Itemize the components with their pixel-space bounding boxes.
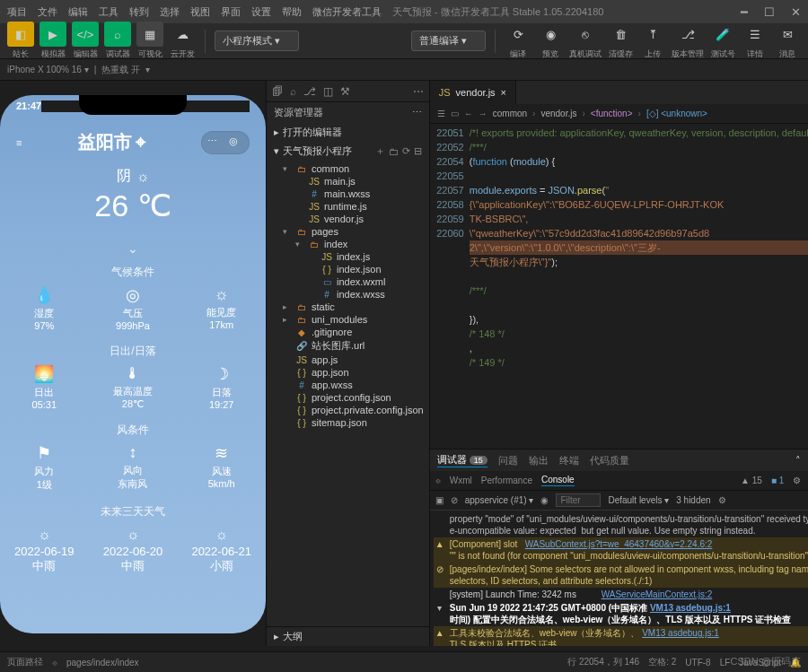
clear-icon[interactable]: ⊘ [451, 495, 458, 505]
tree-item[interactable]: ▾🗀common [267, 162, 429, 175]
menu-project[interactable]: 项目 [7, 5, 27, 19]
target-icon[interactable]: ◎ [229, 135, 243, 150]
menu-devtools[interactable]: 微信开发者工具 [312, 5, 382, 19]
menu-ui[interactable]: 界面 [221, 5, 241, 19]
tab-terminal[interactable]: 终端 [559, 454, 579, 467]
new-file-icon[interactable]: ＋ [375, 144, 385, 158]
mode-select[interactable]: 小程序模式 ▾ [215, 31, 299, 51]
files-icon[interactable]: 🗐 [272, 85, 283, 98]
status-path[interactable]: pages/index/index [66, 658, 139, 668]
levels-select[interactable]: Default levels ▾ [608, 495, 669, 505]
more-icon[interactable]: ⋯ [413, 85, 424, 98]
status-ln[interactable]: 行 22054，列 146 [567, 656, 639, 668]
tools-icon[interactable]: ⚒ [340, 85, 350, 98]
subtab-perf[interactable]: Performance [481, 476, 532, 485]
nav-back-icon[interactable]: ← [464, 109, 473, 118]
minimize-icon[interactable]: ━ [741, 5, 748, 19]
more-icon[interactable]: ⋯ [412, 107, 422, 118]
status-enc[interactable]: UTF-8 [685, 658, 710, 668]
tab-problems[interactable]: 问题 [498, 454, 518, 467]
tree-item[interactable]: JSvendor.js [267, 213, 429, 225]
tree-item[interactable]: 🔗站长图库.url [267, 338, 429, 353]
collapse-icon[interactable]: ⊟ [414, 145, 422, 157]
filter-input[interactable] [556, 493, 601, 507]
tree-item[interactable]: { }index.json [267, 263, 429, 275]
remote-debug-button[interactable]: ⎋ [572, 22, 599, 47]
visual-button[interactable]: ▦ [136, 22, 163, 47]
tree-item[interactable]: ▭index.wxml [267, 275, 429, 288]
debugger-button[interactable]: ⌕ [104, 22, 131, 47]
menu-help[interactable]: 帮助 [282, 5, 302, 19]
tree-item[interactable]: { }project.private.config.json [267, 404, 429, 416]
editor-button[interactable]: </> [72, 22, 99, 47]
ext-icon[interactable]: ◫ [323, 85, 333, 98]
file-tree[interactable]: ▾🗀commonJSmain.js#main.wxssJSruntime.jsJ… [267, 161, 429, 626]
menu-view[interactable]: 视图 [190, 5, 210, 19]
maximize-icon[interactable]: ☐ [764, 5, 775, 19]
compile-button[interactable]: ⟳ [505, 22, 531, 47]
tab-output[interactable]: 输出 [529, 454, 549, 467]
subtab-console[interactable]: Console [541, 475, 575, 486]
tree-item[interactable]: #app.wxss [267, 379, 429, 391]
more-icon[interactable]: ⋯ [207, 135, 222, 150]
hamburger-icon[interactable]: ≡ [16, 137, 22, 148]
bookmark-icon[interactable]: ▭ [451, 109, 459, 118]
version-button[interactable]: ⎇ [674, 22, 701, 47]
test-account-button[interactable]: 🧪 [709, 22, 736, 47]
editor-tab[interactable]: JS vendor.js × [430, 81, 516, 104]
search-icon[interactable]: ⌕ [290, 85, 296, 98]
sidebar-toggle-icon[interactable]: ▣ [435, 495, 444, 505]
device-select[interactable]: iPhone X 100% 16 ▾ [7, 65, 89, 74]
gear-icon[interactable]: ⚙ [793, 476, 801, 485]
tree-item[interactable]: { }sitemap.json [267, 416, 429, 429]
tree-item[interactable]: ▸🗀static [267, 301, 429, 313]
code-editor[interactable]: 2205122052220542205522057220582205922060… [430, 124, 808, 449]
subtab-wxml[interactable]: Wxml [450, 476, 472, 485]
tree-item[interactable]: ▾🗀index [267, 238, 429, 250]
menu-settings[interactable]: 设置 [251, 5, 271, 19]
outline-header[interactable]: ▸ 大纲 [267, 626, 429, 646]
tree-item[interactable]: JSruntime.js [267, 200, 429, 213]
site-button[interactable]: ◧ [7, 22, 34, 47]
status-eol[interactable]: LF [720, 658, 731, 668]
tree-item[interactable]: ▸🗀uni_modules [267, 313, 429, 326]
tree-item[interactable]: JSapp.js [267, 353, 429, 366]
messages-button[interactable]: ✉ [774, 22, 801, 47]
eye-icon[interactable]: ◉ [540, 495, 549, 505]
tab-quality[interactable]: 代码质量 [590, 454, 629, 467]
tree-item[interactable]: #index.wxss [267, 288, 429, 301]
project-header[interactable]: ▾ 天气预报小程序 ＋ 🗀 ⟳ ⊟ [267, 142, 429, 161]
compile-select[interactable]: 普通编译 ▾ [411, 31, 486, 51]
git-icon[interactable]: ⎇ [303, 85, 316, 98]
clear-cache-button[interactable]: 🗑 [607, 22, 634, 47]
menu-goto[interactable]: 转到 [129, 5, 149, 19]
tree-item[interactable]: ▾🗀pages [267, 225, 429, 238]
details-button[interactable]: ☰ [742, 22, 768, 47]
tree-item[interactable]: { }app.json [267, 366, 429, 379]
close-tab-icon[interactable]: × [501, 87, 506, 98]
menu-edit[interactable]: 编辑 [68, 5, 88, 19]
refresh-icon[interactable]: ⟳ [402, 145, 410, 157]
breadcrumb[interactable]: ☰ ▭ ← → common› vendor.js› <function>› [… [430, 104, 808, 124]
context-select[interactable]: appservice (#1) ▾ [465, 495, 534, 505]
close-icon[interactable]: ✕ [791, 5, 801, 19]
bookmark-icon[interactable]: ☰ [437, 109, 445, 118]
cloud-button[interactable]: ☁ [169, 22, 196, 47]
preview-button[interactable]: ◉ [537, 22, 564, 47]
tree-item[interactable]: { }project.config.json [267, 391, 429, 404]
console-output[interactable]: property "mode" of "uni_modules/uview-ui… [430, 511, 808, 646]
menu-file[interactable]: 文件 [38, 5, 57, 19]
open-editors-header[interactable]: ▸ 打开的编辑器 [267, 123, 429, 142]
warning-count[interactable]: ▲ 15 [741, 476, 762, 485]
city-title[interactable]: 益阳市 ⌖ [78, 130, 145, 154]
menu-select[interactable]: 选择 [160, 5, 180, 19]
new-folder-icon[interactable]: 🗀 [389, 146, 399, 157]
menu-tool[interactable]: 工具 [99, 5, 119, 19]
capsule[interactable]: ⋯◎ [201, 131, 250, 154]
settings-icon[interactable]: ⚙ [718, 495, 726, 505]
panel-up-icon[interactable]: ˄ [795, 455, 801, 467]
tree-item[interactable]: JSindex.js [267, 250, 429, 263]
status-spaces[interactable]: 空格: 2 [648, 656, 676, 668]
code-body[interactable]: /*! exports provided: applicationKey, qw… [470, 124, 808, 449]
hotreload-toggle[interactable]: 热重载 开 [101, 64, 140, 76]
